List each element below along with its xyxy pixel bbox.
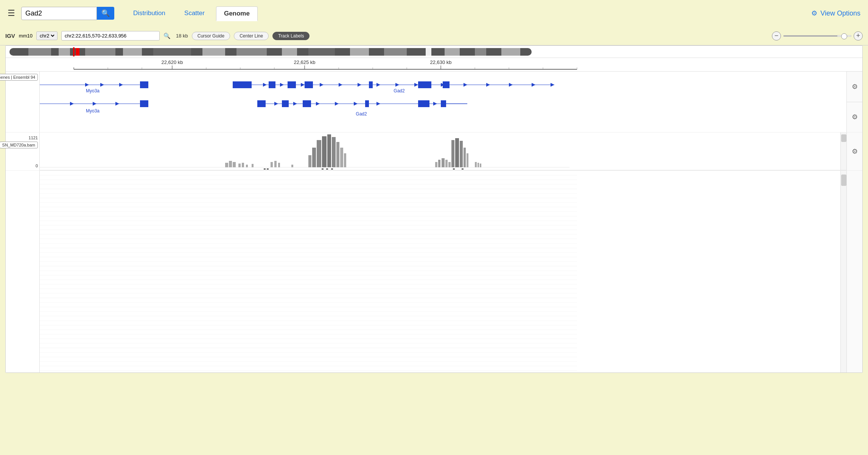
gene-track-gear-2[interactable]: ⚙ bbox=[850, 111, 859, 123]
svg-rect-105 bbox=[327, 134, 331, 167]
svg-rect-6 bbox=[153, 48, 191, 56]
svg-marker-58 bbox=[320, 83, 324, 87]
svg-rect-42 bbox=[140, 81, 148, 88]
reads-scrollbar[interactable] bbox=[840, 171, 846, 372]
svg-rect-130 bbox=[462, 168, 464, 170]
svg-marker-72 bbox=[551, 83, 554, 87]
svg-rect-107 bbox=[336, 142, 339, 167]
svg-rect-53 bbox=[269, 81, 275, 88]
svg-text:Gad2: Gad2 bbox=[356, 111, 367, 117]
svg-rect-111 bbox=[438, 160, 440, 167]
svg-rect-8 bbox=[236, 48, 267, 56]
center-line-button[interactable]: Center Line bbox=[234, 32, 269, 40]
svg-rect-9 bbox=[282, 48, 297, 56]
gene-track-label: Genes | Ensembl 94 bbox=[6, 72, 40, 132]
tab-scatter[interactable]: Scatter bbox=[177, 6, 212, 20]
reads-scrollbar-thumb[interactable] bbox=[841, 175, 846, 186]
chromosome-ideogram[interactable] bbox=[6, 46, 862, 58]
svg-rect-95 bbox=[246, 165, 248, 167]
svg-marker-64 bbox=[414, 83, 418, 87]
svg-rect-104 bbox=[322, 136, 327, 167]
bam-track-gear[interactable]: ⚙ bbox=[850, 146, 859, 157]
view-options-gear-icon: ⚙ bbox=[811, 9, 817, 17]
ruler-track: 22,620 kb 22,625 kb 22,630 kb bbox=[6, 58, 862, 72]
svg-marker-52 bbox=[263, 83, 267, 87]
zoom-in-button[interactable]: + bbox=[854, 31, 863, 41]
gene-track-content[interactable]: Myo3a Myo3a bbox=[40, 72, 846, 132]
svg-marker-71 bbox=[532, 83, 535, 87]
svg-rect-113 bbox=[445, 160, 448, 167]
svg-rect-114 bbox=[448, 162, 451, 167]
track-labels-button[interactable]: Track Labels bbox=[272, 32, 310, 40]
hamburger-button[interactable]: ☰ bbox=[8, 8, 15, 18]
svg-rect-118 bbox=[464, 148, 466, 167]
svg-rect-87 bbox=[441, 100, 446, 107]
igv-label: IGV bbox=[5, 33, 15, 39]
reads-content[interactable] bbox=[40, 171, 840, 372]
svg-marker-54 bbox=[280, 83, 284, 87]
svg-marker-59 bbox=[339, 83, 342, 87]
bam-coverage-svg bbox=[40, 132, 840, 170]
bam-track-scrollbar[interactable] bbox=[840, 132, 846, 170]
svg-rect-116 bbox=[455, 138, 459, 167]
svg-marker-39 bbox=[85, 83, 89, 87]
gene-search-input[interactable] bbox=[21, 7, 97, 20]
svg-rect-106 bbox=[332, 137, 336, 167]
svg-rect-92 bbox=[233, 162, 236, 167]
tab-genome[interactable]: Genome bbox=[216, 6, 258, 21]
zoom-handle[interactable] bbox=[841, 33, 847, 39]
svg-rect-127 bbox=[326, 168, 328, 170]
svg-rect-11 bbox=[350, 48, 369, 56]
svg-rect-77 bbox=[282, 100, 289, 107]
svg-marker-76 bbox=[274, 102, 278, 106]
bam-scrollbar-thumb[interactable] bbox=[841, 134, 846, 142]
svg-rect-117 bbox=[460, 141, 463, 167]
svg-rect-62 bbox=[369, 81, 373, 88]
svg-marker-69 bbox=[486, 83, 490, 87]
locus-input[interactable] bbox=[61, 31, 160, 41]
zoom-slider[interactable] bbox=[783, 35, 851, 37]
svg-rect-79 bbox=[303, 100, 311, 107]
view-options-button[interactable]: ⚙ View Options bbox=[811, 9, 860, 17]
svg-rect-67 bbox=[443, 81, 450, 88]
svg-rect-93 bbox=[238, 164, 241, 167]
gene-track-svg: Myo3a Myo3a bbox=[40, 72, 846, 132]
svg-rect-122 bbox=[480, 164, 481, 167]
svg-text:22,625 kb: 22,625 kb bbox=[294, 59, 315, 65]
svg-marker-63 bbox=[395, 83, 399, 87]
svg-marker-78 bbox=[293, 102, 297, 106]
svg-marker-86 bbox=[433, 102, 437, 106]
svg-rect-99 bbox=[278, 163, 280, 167]
svg-rect-48 bbox=[140, 100, 148, 107]
zoom-out-button[interactable]: − bbox=[772, 31, 781, 41]
svg-rect-119 bbox=[467, 153, 468, 167]
gene-track-gear-1[interactable]: ⚙ bbox=[850, 81, 859, 92]
svg-text:22,620 kb: 22,620 kb bbox=[161, 59, 183, 65]
svg-marker-47 bbox=[115, 102, 119, 106]
svg-text:Myo3a: Myo3a bbox=[86, 88, 100, 93]
search-button[interactable]: 🔍 bbox=[97, 7, 114, 20]
gene-track: Genes | Ensembl 94 Myo3a bbox=[6, 72, 862, 132]
svg-text:22,630 kb: 22,630 kb bbox=[430, 59, 451, 65]
reads-svg bbox=[40, 171, 840, 371]
igv-container: 22,620 kb 22,625 kb 22,630 kb bbox=[5, 45, 863, 373]
chromosome-select-wrapper[interactable]: chr2 chr1 chr3 bbox=[36, 31, 58, 40]
svg-rect-14 bbox=[445, 48, 460, 56]
hamburger-icon: ☰ bbox=[8, 8, 15, 18]
svg-rect-17 bbox=[73, 47, 75, 56]
svg-marker-84 bbox=[376, 102, 380, 106]
chromosome-svg bbox=[9, 47, 859, 56]
svg-rect-124 bbox=[264, 168, 266, 170]
cursor-guide-button[interactable]: Cursor Guide bbox=[192, 32, 230, 40]
svg-rect-3 bbox=[76, 48, 79, 56]
tab-distribution[interactable]: Distribution bbox=[126, 6, 173, 20]
svg-rect-65 bbox=[418, 81, 431, 88]
svg-rect-101 bbox=[308, 155, 311, 167]
svg-rect-103 bbox=[317, 140, 321, 167]
svg-rect-128 bbox=[331, 168, 333, 170]
chromosome-select[interactable]: chr2 chr1 chr3 bbox=[38, 33, 56, 39]
bam-coverage-content[interactable] bbox=[40, 132, 840, 170]
main-content: 22,620 kb 22,625 kb 22,630 kb bbox=[0, 45, 868, 378]
locus-search-icon[interactable]: 🔍 bbox=[163, 33, 171, 39]
ruler-svg: 22,620 kb 22,625 kb 22,630 kb bbox=[40, 58, 862, 72]
